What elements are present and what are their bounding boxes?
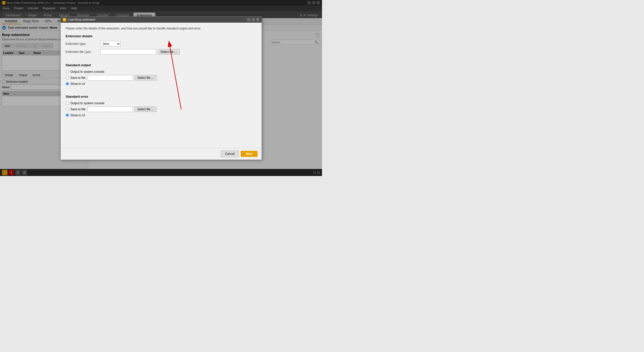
extension-details-title: Extension details: [66, 34, 257, 38]
dialog-title: Load Burp extension: [68, 18, 95, 21]
error-show-ui-row: Show in UI: [66, 114, 257, 117]
output-system-console-radio[interactable]: [66, 70, 69, 73]
output-show-ui-radio[interactable]: [66, 82, 69, 85]
cancel-button[interactable]: Cancel: [221, 151, 239, 157]
output-system-console-label: Output to system console: [70, 70, 104, 74]
dialog-footer: Cancel Next: [61, 148, 262, 160]
output-save-file-button[interactable]: Select file ...: [134, 75, 156, 81]
extension-type-select[interactable]: Java Python Ruby: [100, 41, 121, 47]
error-save-file-button[interactable]: Select file ...: [134, 107, 156, 112]
output-show-ui-label: Show in UI: [70, 82, 85, 86]
extension-file-row: Extension file (.jar): Select file ...: [66, 49, 257, 55]
output-show-ui-row: Show in UI: [66, 82, 257, 86]
extension-file-select-button[interactable]: Select file ...: [158, 49, 180, 55]
error-show-ui-label: Show in UI: [70, 114, 85, 117]
error-system-console-radio[interactable]: [66, 101, 69, 105]
error-save-file-input[interactable]: [88, 107, 133, 112]
extension-file-label: Extension file (.jar):: [66, 50, 98, 54]
extension-type-row: Extension type: Java Python Ruby: [66, 41, 257, 47]
standard-output-options: Output to system console Save to file: S…: [66, 70, 257, 87]
next-button[interactable]: Next: [241, 151, 257, 157]
dialog-close-button[interactable]: ✕: [256, 18, 260, 21]
error-system-console-label: Output to system console: [70, 101, 104, 105]
error-show-ui-radio[interactable]: [66, 114, 69, 117]
dialog-maximize-button[interactable]: □: [252, 18, 255, 21]
output-save-file-row: Save to file: Select file ...: [66, 75, 257, 81]
error-system-console-row: Output to system console: [66, 101, 257, 105]
standard-error-options: Output to system console Save to file: S…: [66, 101, 257, 119]
output-save-file-input[interactable]: [88, 75, 133, 81]
dialog-icon: $: [63, 18, 66, 21]
dialog-title-bar: $ Load Burp extension ─ □ ✕: [61, 17, 262, 23]
standard-error-title: Standard error: [66, 95, 257, 98]
load-extension-dialog: $ Load Burp extension ─ □ ✕ Please enter…: [60, 16, 262, 160]
dialog-minimize-button[interactable]: ─: [247, 18, 251, 21]
standard-output-title: Standard output: [66, 63, 257, 67]
dialog-intro: Please enter the details of the extensio…: [66, 27, 257, 30]
error-save-file-row: Save to file: Select file ...: [66, 107, 257, 112]
dialog-overlay: $ Load Burp extension ─ □ ✕ Please enter…: [0, 0, 322, 176]
dialog-body: Please enter the details of the extensio…: [61, 23, 262, 148]
dialog-title-controls: ─ □ ✕: [247, 18, 260, 21]
output-system-console-row: Output to system console: [66, 70, 257, 74]
output-save-file-radio[interactable]: [66, 76, 69, 79]
extension-type-label: Extension type:: [66, 42, 98, 46]
extension-file-input[interactable]: [100, 49, 156, 55]
output-save-file-label: Save to file:: [70, 76, 86, 80]
error-save-file-label: Save to file:: [70, 108, 86, 111]
error-save-file-radio[interactable]: [66, 108, 69, 111]
